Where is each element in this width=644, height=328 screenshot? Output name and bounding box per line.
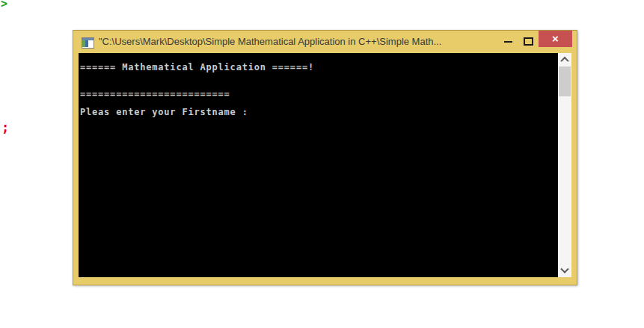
maximize-icon	[524, 37, 533, 46]
vertical-scrollbar[interactable]	[558, 53, 571, 277]
console-screen[interactable]: ====== Mathematical Application ======! …	[79, 53, 558, 277]
console-window: "C:\Users\Mark\Desktop\Simple Mathematic…	[73, 30, 577, 285]
scroll-up-button[interactable]	[558, 53, 571, 66]
console-window-icon	[82, 37, 94, 49]
minimize-button[interactable]	[498, 31, 518, 47]
maximize-button[interactable]	[518, 31, 539, 47]
window-titlebar[interactable]: "C:\Users\Mark\Desktop\Simple Mathematic…	[73, 31, 577, 53]
scroll-down-button[interactable]	[558, 264, 571, 277]
scrollbar-track[interactable]	[558, 66, 571, 264]
close-button[interactable]: ×	[539, 31, 572, 47]
close-icon: ×	[552, 31, 559, 46]
code-artifact-semicolon: ;	[1, 120, 9, 135]
code-artifact-greater-than: >	[1, 0, 7, 10]
chevron-up-icon	[560, 56, 568, 64]
window-title: "C:\Users\Mark\Desktop\Simple Mathematic…	[99, 36, 441, 47]
window-controls: ×	[498, 31, 577, 53]
minimize-icon	[504, 41, 512, 43]
console-output-text: ====== Mathematical Application ======! …	[79, 53, 558, 117]
chevron-down-icon	[560, 264, 568, 273]
page-canvas: > ; "C:\Users\Mark\Desktop\Simple Mathem…	[0, 0, 644, 328]
scrollbar-thumb[interactable]	[559, 66, 571, 96]
